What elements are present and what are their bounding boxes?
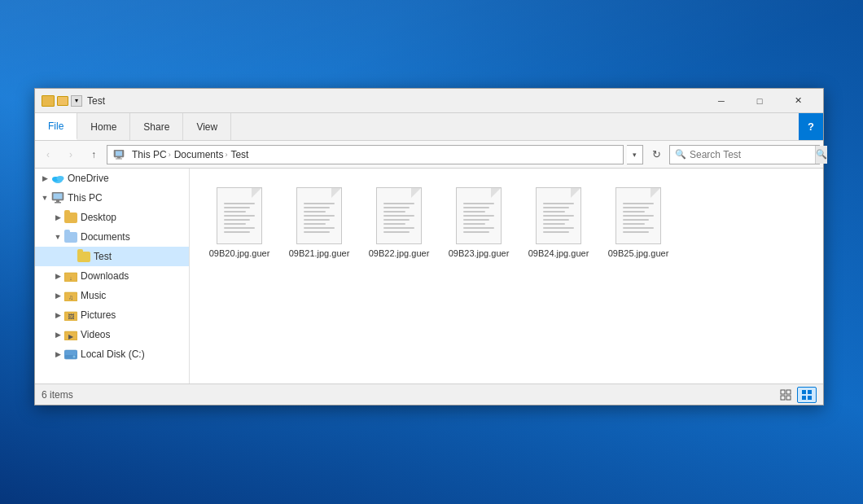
view-list-button[interactable] — [797, 387, 817, 403]
expand-icon-videos: ▶ — [51, 328, 64, 341]
tab-view[interactable]: View — [183, 113, 231, 140]
nav-pane: ▶ OneDrive ▼ — [35, 169, 190, 383]
path-documents[interactable]: Documents › — [174, 149, 228, 160]
nav-label-pictures: Pictures — [81, 309, 116, 321]
search-box: 🔍 🔍 — [669, 145, 820, 164]
svg-rect-28 — [802, 390, 806, 394]
nav-item-desktop[interactable]: ▶ Desktop — [35, 208, 189, 227]
svg-rect-8 — [54, 194, 63, 199]
nav-item-test[interactable]: ▶ Test — [35, 247, 189, 266]
nav-label-documents: Documents — [81, 231, 130, 243]
forward-button[interactable]: › — [61, 145, 81, 164]
videos-icon: ▶ — [64, 328, 77, 341]
close-button[interactable]: ✕ — [779, 89, 817, 113]
nav-item-documents[interactable]: ▼ Documents — [35, 227, 189, 247]
expand-icon-onedrive: ▶ — [38, 172, 51, 185]
nav-label-onedrive: OneDrive — [68, 173, 109, 184]
ribbon-spacer — [231, 113, 799, 140]
tab-file[interactable]: File — [35, 113, 77, 140]
onedrive-icon — [51, 172, 64, 185]
status-bar: 6 items — [35, 383, 823, 405]
window-title: Test — [87, 95, 698, 107]
expand-icon-pictures: ▶ — [51, 309, 64, 322]
tab-home[interactable]: Home — [77, 113, 130, 140]
folder-icon-tiny — [57, 96, 68, 106]
nav-item-pictures[interactable]: ▶ 🖼 Pictures — [35, 305, 189, 325]
local-disk-icon — [64, 348, 77, 361]
maximize-button[interactable]: □ — [741, 89, 778, 113]
svg-rect-2 — [117, 157, 120, 159]
svg-text:▶: ▶ — [68, 333, 74, 340]
file-item[interactable]: 09B25.jpg.guer — [602, 182, 675, 265]
nav-label-local-disk: Local Disk (C:) — [81, 348, 145, 360]
nav-label-desktop: Desktop — [81, 212, 116, 223]
file-icon — [296, 187, 342, 244]
search-input[interactable] — [690, 149, 812, 160]
svg-text:🖼: 🖼 — [68, 313, 74, 321]
view-grid-button[interactable] — [776, 387, 795, 403]
svg-rect-1 — [116, 151, 122, 156]
file-name: 09B24.jpg.guer — [528, 248, 589, 259]
ribbon: File Home Share View ? — [35, 113, 823, 141]
nav-label-downloads: Downloads — [81, 270, 129, 282]
svg-text:♫: ♫ — [68, 294, 73, 301]
refresh-button[interactable]: ↻ — [646, 145, 666, 164]
file-name: 09B22.jpg.guer — [369, 248, 430, 259]
svg-rect-10 — [55, 202, 61, 204]
nav-item-downloads[interactable]: ▶ ↓ Downloads — [35, 266, 189, 286]
file-icon — [536, 187, 581, 244]
nav-label-this-pc: This PC — [68, 192, 103, 204]
address-path: This PC › Documents › Test — [107, 145, 624, 164]
svg-rect-25 — [786, 390, 791, 394]
nav-scroll[interactable]: ▶ OneDrive ▼ — [35, 169, 189, 383]
file-content: 09B20.jpg.guer 09B21.jpg.guer 09B22.jpg.… — [190, 169, 823, 383]
pc-icon — [112, 148, 125, 161]
music-icon: ♫ — [64, 289, 77, 302]
explorer-window: ▾ Test ─ □ ✕ File Home Share View ? ‹ › … — [34, 88, 824, 405]
svg-rect-29 — [808, 390, 812, 394]
file-item[interactable]: 09B20.jpg.guer — [203, 182, 276, 265]
file-icon — [615, 187, 661, 244]
expand-icon-desktop: ▶ — [51, 211, 64, 224]
path-this-pc[interactable]: This PC › — [132, 149, 171, 160]
nav-item-onedrive[interactable]: ▶ OneDrive — [35, 169, 189, 188]
address-dropdown[interactable]: ▾ — [627, 145, 643, 164]
svg-rect-24 — [781, 390, 785, 394]
help-button[interactable]: ? — [799, 113, 823, 140]
search-icon: 🔍 — [675, 149, 686, 160]
file-name: 09B20.jpg.guer — [209, 248, 270, 259]
status-item-count: 6 items — [42, 389, 776, 401]
window-controls: ─ □ ✕ — [703, 89, 817, 113]
nav-item-videos[interactable]: ▶ ▶ Videos — [35, 325, 189, 344]
svg-rect-26 — [781, 396, 785, 400]
title-dropdown-arrow[interactable]: ▾ — [71, 95, 82, 107]
up-button[interactable]: ↑ — [84, 145, 103, 164]
nav-label-music: Music — [81, 290, 106, 301]
svg-rect-3 — [116, 158, 122, 159]
file-icon — [376, 187, 422, 244]
title-bar-icons: ▾ — [42, 95, 82, 107]
file-item[interactable]: 09B22.jpg.guer — [362, 182, 436, 265]
svg-text:↓: ↓ — [69, 275, 72, 281]
svg-rect-27 — [786, 396, 791, 400]
search-submit-button[interactable]: 🔍 — [815, 146, 827, 164]
svg-point-23 — [73, 355, 76, 357]
expand-icon-downloads: ▶ — [51, 270, 64, 283]
tab-share[interactable]: Share — [130, 113, 183, 140]
downloads-icon: ↓ — [64, 270, 77, 283]
nav-item-local-disk[interactable]: ▶ Local Disk (C:) — [35, 344, 189, 364]
file-item[interactable]: 09B24.jpg.guer — [522, 182, 595, 265]
address-bar: ‹ › ↑ This PC › Documents › Test — [35, 141, 823, 169]
file-item[interactable]: 09B21.jpg.guer — [283, 182, 356, 265]
file-item[interactable]: 09B23.jpg.guer — [442, 182, 515, 265]
folder-icon-small — [42, 95, 55, 107]
documents-icon — [64, 230, 77, 243]
nav-item-music[interactable]: ▶ ♫ Music — [35, 286, 189, 305]
path-test[interactable]: Test — [230, 149, 248, 160]
back-button[interactable]: ‹ — [38, 145, 58, 164]
minimize-button[interactable]: ─ — [703, 89, 740, 113]
nav-item-this-pc[interactable]: ▼ This PC — [35, 188, 189, 208]
expand-icon-documents: ▼ — [51, 230, 64, 243]
file-name: 09B23.jpg.guer — [449, 248, 510, 259]
pictures-icon: 🖼 — [64, 309, 77, 322]
